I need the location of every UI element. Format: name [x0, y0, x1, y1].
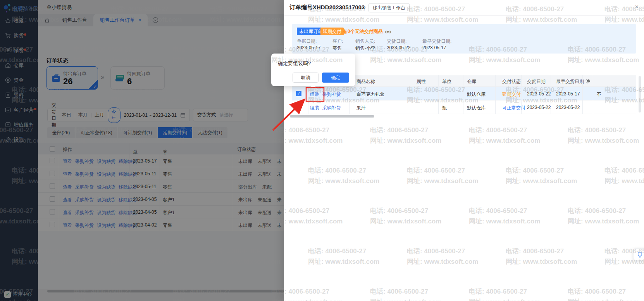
lightbulb-icon [637, 251, 643, 258]
status-tag-delayed: 延期交付 [320, 28, 344, 35]
item-row: ✓组装采购补货白巧克力礼盒默认仓库延期交付2023-05-222023-05-1… [292, 87, 636, 100]
help-lightbulb-button[interactable] [633, 248, 644, 261]
row-operations: 组装采购补货 [310, 105, 344, 111]
product-name: 果汁 [356, 105, 366, 111]
popconfirm-message: 确定要组装吗? [278, 60, 311, 67]
order-summary-panel: 未出库订单 延期交付 有0个无法交付商品 单据日期:2023-05-17客户:零… [292, 24, 636, 54]
col-earliest-date: 最早交货日期 [556, 78, 584, 85]
op-link-采购补货[interactable]: 采购补货 [322, 92, 341, 97]
items-horizontal-scrollbar[interactable] [290, 115, 374, 118]
extra-cell: 不 [597, 91, 601, 98]
item-row: 组装采购补货果汁瓶默认仓库可正常交付2023-05-222023-05-22 [292, 100, 636, 114]
row-operations: 组装采购补货 [310, 91, 344, 98]
op-link-采购补货[interactable]: 采购补货 [322, 105, 341, 111]
delivery-date: 2023-05-22 [527, 105, 551, 110]
items-vertical-scrollbar[interactable] [639, 76, 641, 112]
product-name: 白巧克力礼盒 [356, 91, 384, 98]
delivery-date: 2023-05-22 [527, 91, 551, 97]
summary-field-value: 销售-小李 [355, 45, 375, 52]
col-product-name: 商品名称 [356, 78, 375, 85]
glasses-icon [385, 30, 391, 34]
screen: 金蝶精斗云 收藏购货销货仓库资金资料客户经营增值服务设置 ✓ 应用中心 金小蝶贸… [0, 0, 644, 301]
earliest-delivery-date: 2023-05-22 [556, 105, 580, 110]
summary-field-label: 客户: [332, 38, 343, 45]
col-warehouse: 仓库 [467, 78, 476, 85]
delivery-status: 可正常交付 [502, 105, 525, 111]
summary-field-value: 2023-05-22 [387, 45, 410, 50]
order-number-title: 订单编号XHDD20230517003 [289, 4, 365, 11]
col-unit: 单位 [442, 78, 451, 85]
op-link-组装[interactable]: 组装 [310, 105, 319, 111]
summary-field-value: 零售 [332, 45, 342, 52]
op-link-组装[interactable]: 组装 [310, 92, 319, 97]
summary-field-label: 销售人员: [355, 38, 375, 45]
assemble-popconfirm: 确定要组装吗? 取消 确定 [271, 54, 355, 86]
move-out-workbench-button[interactable]: 移出销售工作台 [368, 3, 410, 12]
unit: 瓶 [442, 105, 447, 111]
cancel-button[interactable]: 取消 [293, 73, 319, 83]
row-checkbox[interactable]: ✓ [296, 91, 301, 96]
col-delivery-status: 交付状态 [502, 78, 521, 85]
summary-field-value: 2023-05-17 [297, 45, 320, 50]
col-delivery-date: 交货日期 [527, 78, 546, 85]
summary-field-value: 2023-05-17 [422, 45, 446, 50]
delivery-status: 延期交付 [502, 91, 521, 98]
close-icon[interactable]: × [635, 4, 639, 10]
summary-field-label: 最早交货日期: [422, 38, 451, 45]
warehouse: 默认仓库 [467, 105, 486, 111]
warehouse: 默认仓库 [467, 91, 486, 98]
summary-field-label: 交货日期: [387, 38, 406, 45]
col-attribute: 属性 [417, 78, 426, 85]
summary-field-label: 单据日期: [297, 38, 317, 45]
earliest-delivery-date: 2023-05-17 [556, 91, 580, 97]
order-detail-drawer: 订单编号XHDD20230517003 移出销售工作台 × 未出库订单 延期交付… [284, 0, 644, 301]
confirm-button[interactable]: 确定 [322, 73, 349, 83]
column-settings-gear-icon[interactable] [585, 78, 591, 84]
row-checkbox[interactable] [296, 104, 301, 110]
drawer-header: 订单编号XHDD20230517003 移出销售工作台 × [284, 0, 644, 16]
undeliverable-warning: 有0个无法交付商品 [343, 28, 391, 35]
